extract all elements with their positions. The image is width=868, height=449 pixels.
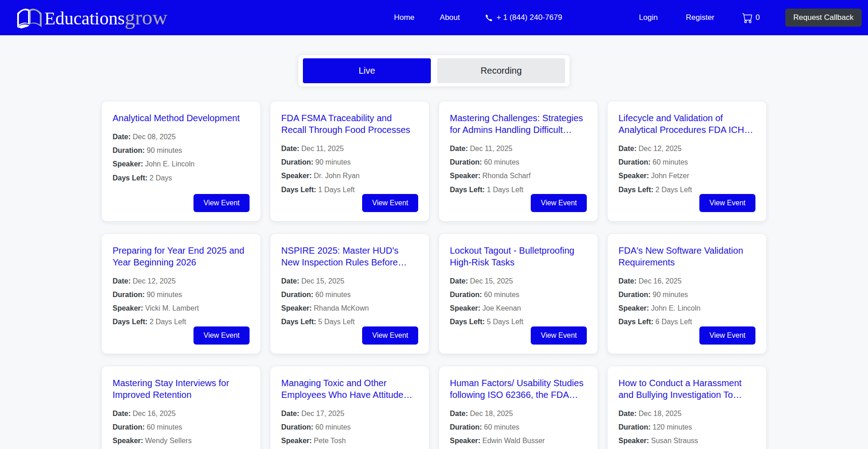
event-duration-row: Duration: 60 minutes [450, 423, 587, 431]
speaker-label: Speaker: [618, 304, 649, 312]
event-title[interactable]: FDA's New Software Validation Requiremen… [618, 245, 755, 268]
event-title[interactable]: Preparing for Year End 2025 and Year Beg… [113, 245, 250, 268]
brand-name-primary: Educations [44, 8, 125, 28]
date-value: Dec 17, 2025 [301, 410, 344, 417]
duration-value: 60 minutes [484, 423, 519, 431]
duration-label: Duration: [281, 291, 313, 298]
view-event-button[interactable]: View Event [531, 326, 587, 345]
duration-value: 90 minutes [147, 291, 182, 298]
event-days-left-row: Days Left: 5 Days Left [450, 317, 587, 326]
event-title[interactable]: NSPIRE 2025: Master HUD's New Inspection… [281, 245, 418, 268]
duration-value: 60 minutes [147, 423, 182, 431]
duration-label: Duration: [113, 147, 145, 154]
duration-label: Duration: [618, 423, 651, 431]
nav-item-home[interactable]: Home [394, 13, 414, 22]
event-title[interactable]: Human Factors/ Usability Studies followi… [450, 377, 587, 401]
event-duration-row: Duration: 60 minutes [450, 290, 587, 299]
event-date-row: Date: Dec 15, 2025 [281, 277, 418, 285]
date-label: Date: [450, 410, 468, 417]
nav-item-register[interactable]: Register [686, 13, 714, 22]
duration-value: 60 minutes [316, 291, 351, 298]
event-type-tabs: Live Recording [298, 55, 570, 86]
nav-item-phone[interactable]: + 1 (844) 240-7679 [485, 13, 562, 22]
days-left-value: 6 Days Left [656, 318, 692, 326]
view-event-button[interactable]: View Event [193, 194, 250, 212]
event-card: NSPIRE 2025: Master HUD's New Inspection… [270, 233, 429, 354]
days-left-label: Days Left: [618, 318, 653, 326]
event-title[interactable]: How to Conduct a Harassment and Bullying… [618, 377, 755, 401]
event-duration-row: Duration: 90 minutes [618, 290, 755, 299]
event-date-row: Date: Dec 18, 2025 [618, 409, 755, 418]
date-value: Dec 16, 2025 [132, 410, 175, 417]
event-title[interactable]: Mastering Stay Interviews for Improved R… [113, 377, 250, 401]
view-event-button[interactable]: View Event [531, 194, 587, 212]
duration-value: 60 minutes [484, 158, 519, 166]
date-label: Date: [281, 145, 299, 152]
speaker-label: Speaker: [450, 172, 481, 180]
speaker-value: John E. Lincoln [145, 160, 194, 168]
brand-name-secondary: grow [125, 6, 168, 29]
tab-recording[interactable]: Recording [437, 58, 565, 83]
event-card: Mastering Challenges: Strategies for Adm… [439, 101, 598, 222]
date-label: Date: [113, 277, 131, 285]
event-duration-row: Duration: 90 minutes [281, 158, 418, 166]
date-value: Dec 08, 2025 [132, 133, 175, 141]
speaker-value: Susan Strauss [651, 437, 698, 444]
cart-link[interactable]: 0 [742, 13, 760, 23]
nav-item-login[interactable]: Login [639, 13, 658, 22]
brand-logo[interactable]: Educationsgrow [15, 5, 167, 30]
nav-links: Home About + 1 (844) 240-7679 Login Regi… [394, 9, 862, 27]
view-event-button[interactable]: View Event [699, 194, 755, 212]
days-left-label: Days Left: [450, 186, 485, 194]
duration-value: 60 minutes [316, 423, 351, 431]
duration-value: 90 minutes [316, 158, 351, 166]
event-title[interactable]: Managing Toxic and Other Employees Who H… [281, 377, 418, 401]
event-card: Lifecycle and Validation of Analytical P… [607, 101, 767, 222]
duration-label: Duration: [281, 423, 313, 431]
event-title[interactable]: Analytical Method Development [113, 112, 250, 124]
duration-label: Duration: [450, 423, 482, 431]
date-label: Date: [113, 410, 131, 417]
event-duration-row: Duration: 90 minutes [113, 146, 250, 155]
view-event-button[interactable]: View Event [362, 194, 418, 212]
days-left-label: Days Left: [281, 318, 316, 326]
speaker-label: Speaker: [450, 437, 481, 444]
cart-icon [742, 13, 753, 23]
days-left-label: Days Left: [113, 174, 147, 182]
event-date-row: Date: Dec 17, 2025 [281, 409, 418, 418]
speaker-value: Wendy Sellers [145, 437, 192, 444]
date-value: Dec 11, 2025 [301, 145, 344, 152]
speaker-value: Dr. John Ryan [314, 172, 359, 180]
event-date-row: Date: Dec 11, 2025 [281, 144, 418, 153]
event-days-left-row: Days Left: 6 Days Left [618, 317, 755, 326]
days-left-value: 1 Days Left [487, 186, 524, 194]
date-label: Date: [113, 133, 131, 141]
request-callback-button[interactable]: Request Callback [785, 9, 862, 27]
date-value: Dec 15, 2025 [301, 277, 344, 285]
event-title[interactable]: Lockout Tagout - Bulletproofing High-Ris… [450, 245, 587, 268]
tab-live[interactable]: Live [303, 58, 431, 83]
events-grid: Analytical Method Development Date: Dec … [101, 101, 767, 449]
duration-label: Duration: [450, 291, 482, 298]
event-title[interactable]: FDA FSMA Traceability and Recall Through… [281, 112, 418, 136]
event-title[interactable]: Lifecycle and Validation of Analytical P… [618, 112, 755, 136]
view-event-button[interactable]: View Event [699, 326, 755, 345]
date-value: Dec 12, 2025 [132, 277, 175, 285]
event-days-left-row: Days Left: 1 Days Left [281, 185, 418, 194]
event-title[interactable]: Mastering Challenges: Strategies for Adm… [450, 112, 587, 136]
speaker-label: Speaker: [281, 437, 312, 444]
duration-value: 90 minutes [147, 147, 182, 154]
view-event-button[interactable]: View Event [362, 326, 418, 345]
days-left-value: 1 Days Left [318, 186, 355, 194]
date-label: Date: [618, 277, 637, 285]
date-value: Dec 18, 2025 [638, 410, 681, 417]
nav-item-about[interactable]: About [440, 13, 460, 22]
view-event-button[interactable]: View Event [193, 326, 250, 345]
date-label: Date: [281, 410, 299, 417]
event-speaker-row: Speaker: Edwin Wald Busser [450, 436, 587, 445]
date-label: Date: [618, 410, 637, 417]
phone-number: + 1 (844) 240-7679 [496, 13, 562, 22]
days-left-label: Days Left: [450, 318, 485, 326]
days-left-label: Days Left: [618, 186, 653, 194]
event-card: Managing Toxic and Other Employees Who H… [270, 366, 429, 449]
